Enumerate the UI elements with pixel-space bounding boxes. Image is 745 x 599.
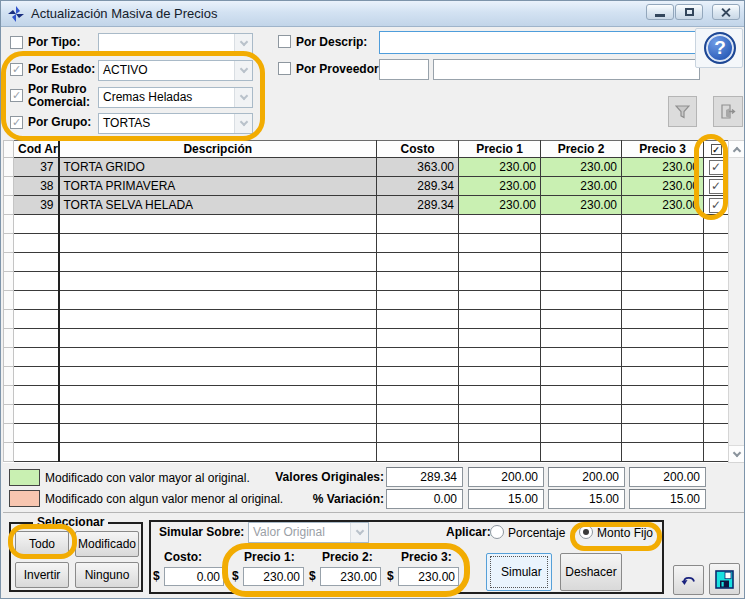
por-estado-dropdown[interactable]: ACTIVO bbox=[98, 60, 253, 81]
proveedor-code-input[interactable] bbox=[379, 59, 429, 80]
chevron-down-icon[interactable] bbox=[234, 34, 252, 53]
maximize-button[interactable] bbox=[675, 4, 703, 20]
por-grupo-dropdown[interactable]: TORTAS bbox=[98, 113, 253, 134]
scroll-down-button[interactable] bbox=[729, 445, 744, 462]
ninguno-button[interactable]: Ninguno bbox=[75, 562, 139, 588]
col-costo[interactable]: Costo bbox=[377, 141, 459, 158]
save-button[interactable] bbox=[709, 563, 740, 595]
select-all-checkbox[interactable]: ✓ bbox=[711, 144, 722, 155]
row-selector-cell[interactable] bbox=[4, 177, 14, 196]
row-selector-cell[interactable] bbox=[4, 158, 14, 177]
invertir-button[interactable]: Invertir bbox=[15, 562, 69, 588]
simular-button[interactable]: Simular bbox=[486, 553, 552, 591]
empty-checkbox-cell bbox=[704, 386, 729, 405]
scroll-up-button[interactable] bbox=[729, 141, 744, 158]
cell-precio2[interactable]: 230.00 bbox=[541, 196, 622, 215]
por-descrip-checkbox[interactable] bbox=[278, 35, 291, 48]
cell-cod-art[interactable]: 39 bbox=[14, 196, 59, 215]
empty-cell bbox=[459, 291, 541, 310]
deshacer-button[interactable]: Deshacer bbox=[560, 553, 622, 591]
por-estado-checkbox[interactable]: ✓ bbox=[10, 63, 23, 76]
empty-table-row bbox=[4, 215, 729, 234]
row-checkbox[interactable]: ✓ bbox=[709, 198, 724, 213]
funnel-icon bbox=[675, 105, 690, 119]
cell-precio1[interactable]: 230.00 bbox=[459, 158, 541, 177]
proveedor-name-input[interactable] bbox=[433, 59, 700, 80]
por-grupo-checkbox[interactable]: ✓ bbox=[10, 116, 23, 129]
cell-descripcion[interactable]: TORTA SELVA HELADA bbox=[59, 196, 377, 215]
empty-cell bbox=[377, 329, 459, 348]
cell-checkbox[interactable]: ✓ bbox=[704, 177, 729, 196]
row-selector-cell[interactable] bbox=[4, 196, 14, 215]
col-descripcion[interactable]: Descripción bbox=[59, 141, 377, 158]
empty-checkbox-cell bbox=[704, 234, 729, 253]
cell-checkbox[interactable]: ✓ bbox=[704, 196, 729, 215]
title-bar[interactable]: Actualización Masiva de Precios bbox=[1, 1, 744, 27]
cell-descripcion[interactable]: TORTA PRIMAVERA bbox=[59, 177, 377, 196]
undo-button[interactable] bbox=[673, 565, 704, 595]
precio2-input[interactable] bbox=[320, 567, 381, 586]
cell-precio1[interactable]: 230.00 bbox=[459, 177, 541, 196]
col-select[interactable]: ✓ bbox=[704, 141, 729, 158]
empty-cell bbox=[459, 329, 541, 348]
row-checkbox[interactable]: ✓ bbox=[709, 179, 724, 194]
row-checkbox[interactable]: ✓ bbox=[709, 160, 724, 175]
col-precio1[interactable]: Precio 1 bbox=[459, 141, 541, 158]
cell-cod-art[interactable]: 38 bbox=[14, 177, 59, 196]
por-tipo-dropdown[interactable] bbox=[98, 33, 253, 54]
chevron-down-icon[interactable] bbox=[234, 88, 252, 107]
precio1-input[interactable] bbox=[243, 567, 304, 586]
porcentaje-label[interactable]: Porcentaje bbox=[508, 526, 565, 540]
legend-salmon-swatch bbox=[9, 490, 40, 507]
exit-button[interactable] bbox=[713, 96, 743, 127]
cell-costo[interactable]: 289.34 bbox=[377, 196, 459, 215]
todo-button[interactable]: Todo bbox=[15, 531, 69, 557]
cell-checkbox[interactable]: ✓ bbox=[704, 158, 729, 177]
costo-input[interactable] bbox=[164, 567, 224, 586]
col-precio2[interactable]: Precio 2 bbox=[541, 141, 622, 158]
cell-costo[interactable]: 363.00 bbox=[377, 158, 459, 177]
row-selector-cell bbox=[4, 405, 14, 424]
col-precio3[interactable]: Precio 3 bbox=[622, 141, 704, 158]
filter-button[interactable] bbox=[668, 96, 697, 127]
table-row[interactable]: 39TORTA SELVA HELADA289.34230.00230.0023… bbox=[4, 196, 729, 215]
cell-costo[interactable]: 289.34 bbox=[377, 177, 459, 196]
help-button[interactable]: ? bbox=[695, 28, 743, 68]
monto-fijo-label[interactable]: Monto Fijo bbox=[597, 526, 653, 540]
por-rubro-dropdown[interactable]: Cremas Heladas bbox=[98, 87, 253, 108]
col-cod-art[interactable]: Cod Art. bbox=[14, 141, 59, 158]
empty-table-row bbox=[4, 367, 729, 386]
simular-sobre-dropdown[interactable]: Valor Original bbox=[248, 522, 369, 543]
empty-cell bbox=[14, 405, 59, 424]
currency-precio1: $ bbox=[232, 569, 239, 583]
table-scrollbar[interactable] bbox=[728, 140, 745, 463]
row-selector-cell bbox=[4, 367, 14, 386]
close-button[interactable] bbox=[712, 4, 740, 20]
cell-precio3[interactable]: 230.00 bbox=[622, 177, 704, 196]
minimize-button[interactable] bbox=[646, 4, 674, 20]
por-descrip-input[interactable] bbox=[379, 31, 699, 54]
por-rubro-checkbox[interactable]: ✓ bbox=[10, 89, 23, 102]
chevron-down-icon[interactable] bbox=[234, 114, 252, 133]
table-row[interactable]: 38TORTA PRIMAVERA289.34230.00230.00230.0… bbox=[4, 177, 729, 196]
cell-precio2[interactable]: 230.00 bbox=[541, 177, 622, 196]
cell-precio3[interactable]: 230.00 bbox=[622, 196, 704, 215]
cell-precio2[interactable]: 230.00 bbox=[541, 158, 622, 177]
chevron-down-icon[interactable] bbox=[350, 523, 368, 542]
chevron-down-icon[interactable] bbox=[234, 61, 252, 80]
scroll-up-icon bbox=[732, 146, 740, 154]
cell-descripcion[interactable]: TORTA GRIDO bbox=[59, 158, 377, 177]
cell-cod-art[interactable]: 37 bbox=[14, 158, 59, 177]
por-proveedor-checkbox[interactable] bbox=[278, 62, 291, 75]
cell-precio1[interactable]: 230.00 bbox=[459, 196, 541, 215]
table-row[interactable]: 37TORTA GRIDO363.00230.00230.00230.00✓ bbox=[4, 158, 729, 177]
precio3-input[interactable] bbox=[398, 567, 459, 586]
empty-table-row bbox=[4, 348, 729, 367]
modificado-button[interactable]: Modificado bbox=[75, 531, 139, 557]
cell-precio3[interactable]: 230.00 bbox=[622, 158, 704, 177]
porcentaje-radio[interactable] bbox=[490, 525, 504, 539]
empty-table-row bbox=[4, 443, 729, 462]
por-tipo-checkbox[interactable] bbox=[10, 36, 23, 49]
row-selector-header bbox=[4, 141, 14, 158]
monto-fijo-radio[interactable] bbox=[579, 525, 593, 539]
